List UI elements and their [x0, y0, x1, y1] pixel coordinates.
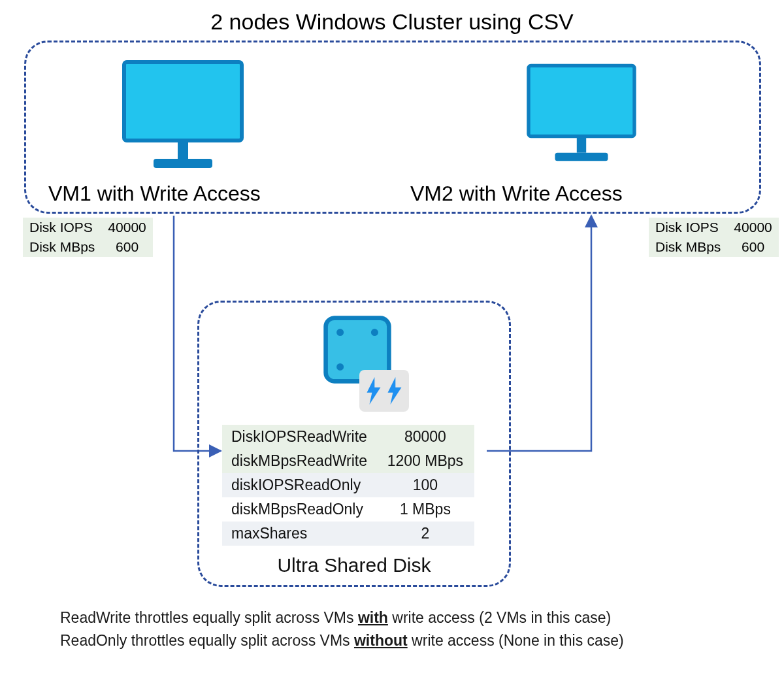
table-row: Disk IOPS 40000 [649, 218, 779, 237]
table-row: Disk IOPS 40000 [23, 218, 153, 237]
table-row: DiskIOPSReadWrite 80000 [222, 425, 474, 449]
vm2-iops-label: Disk IOPS [649, 218, 727, 237]
lightning-badge-icon [359, 370, 409, 412]
svg-rect-3 [529, 66, 634, 137]
svg-point-8 [371, 329, 378, 336]
vm1-iops-label: Disk IOPS [23, 218, 101, 237]
note-emphasis: without [354, 632, 408, 649]
disk-title: Ultra Shared Disk [197, 554, 511, 576]
disk-prop-label: diskMBpsReadWrite [222, 449, 376, 473]
vm2-monitor-icon [523, 59, 640, 169]
disk-prop-label: maxShares [222, 522, 376, 546]
notes-block: ReadWrite throttles equally split across… [60, 606, 624, 652]
vm1-stats-table: Disk IOPS 40000 Disk MBps 600 [23, 218, 153, 257]
table-row: diskIOPSReadOnly 100 [222, 473, 474, 497]
note-text: write access (None in this case) [408, 632, 624, 649]
table-row: diskMBpsReadWrite 1200 MBps [222, 449, 474, 473]
svg-rect-0 [124, 62, 242, 141]
vm2-label: VM2 with Write Access [410, 182, 623, 206]
vm1-mbps-label: Disk MBps [23, 237, 101, 257]
vm1-mbps-value: 600 [101, 237, 152, 257]
vm2-mbps-label: Disk MBps [649, 237, 727, 257]
disk-prop-value: 1200 MBps [376, 449, 474, 473]
disk-properties-table: DiskIOPSReadWrite 80000 diskMBpsReadWrit… [222, 425, 474, 546]
ultra-disk-icon [321, 314, 400, 405]
disk-prop-label: DiskIOPSReadWrite [222, 425, 376, 449]
vm1-monitor-icon [118, 56, 248, 176]
table-row: Disk MBps 600 [23, 237, 153, 257]
disk-prop-label: diskIOPSReadOnly [222, 473, 376, 497]
table-row: maxShares 2 [222, 522, 474, 546]
note-line-2: ReadOnly throttles equally split across … [60, 629, 624, 652]
note-text: ReadWrite throttles equally split across… [60, 609, 358, 626]
disk-prop-value: 80000 [376, 425, 474, 449]
disk-prop-value: 100 [376, 473, 474, 497]
note-emphasis: with [358, 609, 388, 626]
note-line-1: ReadWrite throttles equally split across… [60, 606, 624, 629]
vm2-stats-table: Disk IOPS 40000 Disk MBps 600 [649, 218, 779, 257]
vm2-iops-value: 40000 [727, 218, 778, 237]
note-text: write access (2 VMs in this case) [388, 609, 611, 626]
svg-rect-1 [178, 141, 188, 159]
vm2-mbps-value: 600 [727, 237, 778, 257]
svg-rect-2 [154, 159, 212, 168]
disk-prop-label: diskMBpsReadOnly [222, 497, 376, 522]
svg-point-9 [336, 363, 344, 371]
vm1-iops-value: 40000 [101, 218, 152, 237]
table-row: Disk MBps 600 [649, 237, 779, 257]
table-row: diskMBpsReadOnly 1 MBps [222, 497, 474, 522]
diagram-title: 2 nodes Windows Cluster using CSV [0, 9, 784, 35]
svg-rect-4 [577, 137, 586, 153]
svg-point-7 [336, 329, 344, 336]
note-text: ReadOnly throttles equally split across … [60, 632, 354, 649]
svg-rect-5 [555, 153, 608, 161]
disk-prop-value: 1 MBps [376, 497, 474, 522]
vm1-label: VM1 with Write Access [48, 182, 261, 206]
disk-prop-value: 2 [376, 522, 474, 546]
